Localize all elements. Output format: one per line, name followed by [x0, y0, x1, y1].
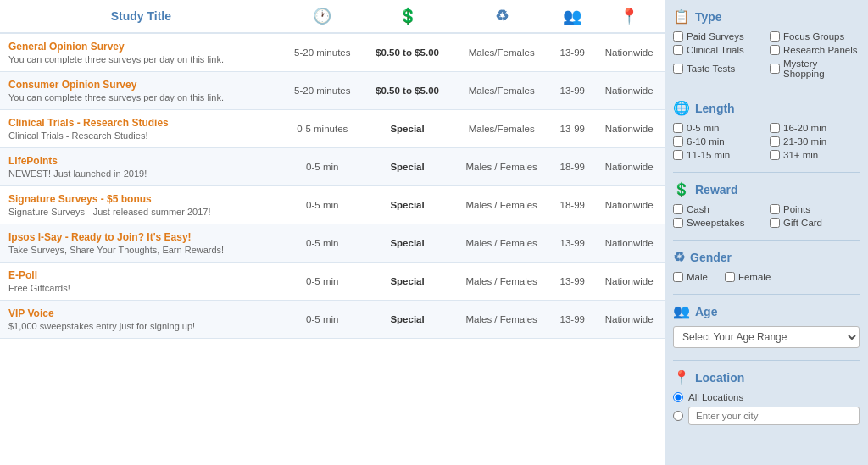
study-reward: Special [363, 186, 452, 224]
filter-research-panels[interactable]: Research Panels [770, 45, 860, 55]
study-title-link[interactable]: VIP Voice [8, 307, 274, 319]
location-city-radio-item[interactable] [673, 407, 860, 425]
location-all-radio-item[interactable]: All Locations [673, 392, 860, 402]
col-header-reward: 💲 [363, 0, 452, 33]
type-icon: 📋 [673, 8, 690, 25]
study-desc: NEWEST! Just launched in 2019! [8, 169, 274, 179]
age-icon: 👥 [563, 8, 581, 25]
main-content: Study Title 🕐 💲 ♻ 👥 📍 [0, 0, 665, 465]
city-input[interactable] [688, 407, 860, 425]
filter-focus-groups[interactable]: Focus Groups [770, 31, 860, 42]
study-title-cell: Clinical Trials - Research Studies Clini… [0, 110, 282, 148]
study-reward: Special [363, 301, 452, 339]
checkbox-0-5min[interactable] [673, 123, 683, 133]
checkbox-cash[interactable] [673, 204, 683, 214]
study-title-link[interactable]: Ipsos I-Say - Ready to Join? It's Easy! [8, 231, 274, 243]
radio-all-locations[interactable] [673, 392, 683, 402]
filter-cash[interactable]: Cash [673, 204, 763, 214]
study-age: 13-99 [551, 263, 593, 301]
filter-0-5min[interactable]: 0-5 min [673, 123, 763, 133]
study-age: 18-99 [551, 186, 593, 224]
table-row: E-Poll Free Giftcards! 0-5 min Special M… [0, 263, 665, 301]
study-reward: Special [363, 263, 452, 301]
study-desc: Clinical Trials - Research Studies! [8, 130, 274, 141]
divider-3 [673, 240, 860, 241]
filter-mystery-shopping[interactable]: Mystery Shopping [770, 58, 860, 79]
study-gender: Males / Females [452, 301, 551, 339]
checkbox-21-30min[interactable] [770, 136, 780, 147]
filter-31plus-min[interactable]: 31+ min [770, 150, 860, 160]
checkbox-mystery-shopping[interactable] [770, 64, 780, 74]
study-gender: Males / Females [452, 186, 551, 224]
reward-filter-grid: Cash Points Sweepstakes Gift Card [673, 204, 860, 228]
location-icon: 📍 [620, 8, 638, 25]
table-row: Consumer Opinion Survey You can complete… [0, 72, 665, 110]
checkbox-clinical-trials[interactable] [673, 45, 683, 55]
checkbox-11-15min[interactable] [673, 150, 683, 160]
divider-4 [673, 294, 860, 295]
checkbox-research-panels[interactable] [770, 45, 780, 55]
filter-points[interactable]: Points [770, 204, 860, 214]
checkbox-gift-card[interactable] [770, 218, 780, 228]
checkbox-points[interactable] [770, 204, 780, 214]
col-header-time: 🕐 [282, 0, 363, 33]
type-section: 📋 Type Paid Surveys Focus Groups Clinica… [673, 8, 860, 79]
study-time: 0-5 min [282, 224, 363, 263]
study-time: 0-5 min [282, 301, 363, 339]
study-location: Nationwide [593, 186, 665, 224]
study-title-link[interactable]: Signature Surveys - $5 bonus [8, 193, 274, 205]
study-location: Nationwide [593, 301, 665, 339]
study-desc: Signature Surveys - Just released summer… [8, 207, 274, 217]
gender-icon: ♻ [495, 8, 509, 25]
filter-6-10min[interactable]: 6-10 min [673, 136, 763, 147]
checkbox-16-20min[interactable] [770, 123, 780, 133]
filter-taste-tests[interactable]: Taste Tests [673, 58, 763, 79]
filter-16-20min[interactable]: 16-20 min [770, 123, 860, 133]
filter-gift-card[interactable]: Gift Card [770, 218, 860, 228]
study-age: 18-99 [551, 148, 593, 186]
age-section-title: 👥 Age [673, 303, 860, 319]
filter-sweepstakes[interactable]: Sweepstakes [673, 218, 763, 228]
study-title-link[interactable]: Clinical Trials - Research Studies [8, 117, 274, 129]
filter-11-15min[interactable]: 11-15 min [673, 150, 763, 160]
study-age: 13-99 [551, 72, 593, 110]
col-header-location: 📍 [593, 0, 665, 33]
col-header-gender: ♻ [452, 0, 551, 33]
study-title-link[interactable]: General Opinion Survey [8, 41, 274, 53]
study-age: 13-99 [551, 33, 593, 72]
study-title-link[interactable]: E-Poll [8, 269, 274, 281]
checkbox-sweepstakes[interactable] [673, 218, 683, 228]
radio-city[interactable] [673, 411, 683, 421]
col-header-age: 👥 [551, 0, 593, 33]
study-location: Nationwide [593, 263, 665, 301]
checkbox-focus-groups[interactable] [770, 31, 780, 42]
checkbox-paid-surveys[interactable] [673, 31, 683, 42]
location-section: 📍 Location All Locations [673, 369, 860, 425]
length-section: 🌐 Length 0-5 min 16-20 min 6-10 min 21-3… [673, 100, 860, 160]
checkbox-taste-tests[interactable] [673, 64, 683, 74]
filter-clinical-trials[interactable]: Clinical Trials [673, 45, 763, 55]
checkbox-6-10min[interactable] [673, 136, 683, 147]
clock-icon: 🕐 [313, 8, 331, 25]
study-gender: Males/Females [452, 72, 551, 110]
study-time: 5-20 minutes [282, 72, 363, 110]
filter-21-30min[interactable]: 21-30 min [770, 136, 860, 147]
study-title-link[interactable]: LifePoints [8, 155, 274, 167]
checkbox-male[interactable] [673, 272, 683, 282]
table-row: Signature Surveys - $5 bonus Signature S… [0, 186, 665, 224]
filter-paid-surveys[interactable]: Paid Surveys [673, 31, 763, 42]
filter-female[interactable]: Female [725, 272, 771, 282]
type-filter-grid: Paid Surveys Focus Groups Clinical Trial… [673, 31, 860, 79]
reward-icon: 💲 [673, 181, 690, 197]
study-title-link[interactable]: Consumer Opinion Survey [8, 79, 274, 91]
divider-1 [673, 91, 860, 91]
checkbox-female[interactable] [725, 272, 735, 282]
study-gender: Males/Females [452, 33, 551, 72]
study-title-cell: E-Poll Free Giftcards! [0, 263, 282, 301]
study-age: 13-99 [551, 110, 593, 148]
filter-male[interactable]: Male [673, 272, 708, 282]
study-reward: $0.50 to $5.00 [363, 72, 452, 110]
age-range-select[interactable]: Select Your Age Range 13-17 18-24 25-34 … [673, 326, 860, 348]
study-title-cell: Ipsos I-Say - Ready to Join? It's Easy! … [0, 224, 282, 263]
checkbox-31plus-min[interactable] [770, 150, 780, 160]
